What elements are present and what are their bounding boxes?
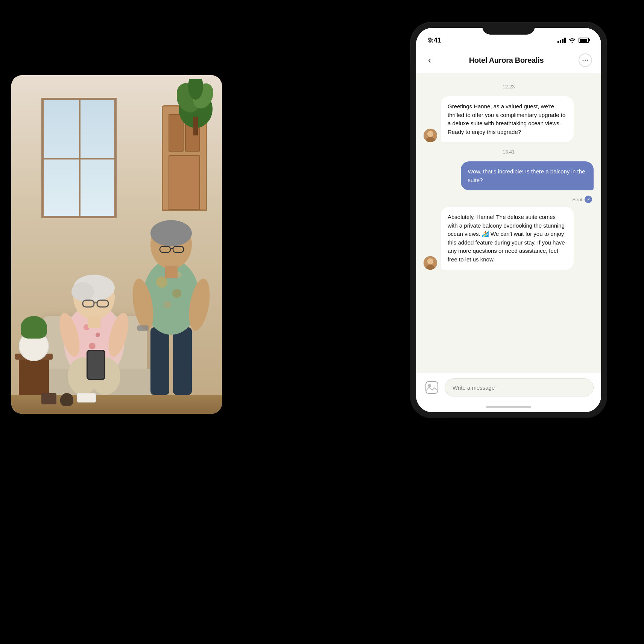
svg-rect-22 <box>88 317 100 328</box>
room-scene <box>11 75 222 414</box>
svg-rect-24 <box>173 327 192 395</box>
svg-point-27 <box>172 289 181 298</box>
signal-icon <box>557 38 566 43</box>
chat-header: ‹ Hotel Aurora Borealis <box>416 47 601 73</box>
svg-point-46 <box>427 258 433 264</box>
attachment-icon <box>425 380 439 395</box>
svg-point-40 <box>585 60 586 61</box>
svg-point-28 <box>164 301 171 308</box>
message-row-incoming-2: Absolutely, Hanne! The deluxe suite come… <box>424 207 594 270</box>
person-seated <box>38 199 150 395</box>
chat-title: Hotel Aurora Borealis <box>469 56 544 65</box>
home-bar <box>486 406 531 408</box>
status-icons <box>557 38 589 43</box>
sent-check-icon: ✓ <box>585 196 592 203</box>
more-button[interactable] <box>579 53 592 67</box>
scene: 9:41 <box>0 0 644 644</box>
bubble-incoming-1: Greetings Hanne, as a valued guest, we'r… <box>441 96 574 142</box>
svg-point-33 <box>150 220 192 246</box>
avatar-1 <box>424 129 437 142</box>
battery-icon <box>579 38 589 43</box>
timestamp-1: 12.23 <box>424 84 594 90</box>
message-row-incoming-1: Greetings Hanne, as a valued guest, we'r… <box>424 96 594 142</box>
phone-device: 9:41 <box>411 23 606 418</box>
svg-point-18 <box>71 282 94 301</box>
svg-point-9 <box>89 343 96 349</box>
floor-items <box>41 393 96 406</box>
home-indicator <box>416 402 601 412</box>
notch <box>482 23 535 35</box>
message-row-outgoing-1: Wow, that's incredible! Is there a balco… <box>424 161 594 190</box>
svg-rect-48 <box>426 381 438 393</box>
bubble-incoming-2: Absolutely, Hanne! The deluxe suite come… <box>441 207 574 270</box>
avatar-2 <box>424 256 437 270</box>
sent-text: Sent <box>572 197 582 202</box>
timestamp-2: 13.41 <box>424 149 594 155</box>
more-icon <box>582 56 589 64</box>
svg-point-39 <box>582 60 583 61</box>
plant-decor <box>177 79 214 137</box>
attachment-button[interactable] <box>424 379 440 396</box>
bubble-outgoing-1: Wow, that's incredible! Is there a balco… <box>461 161 594 190</box>
photo-card <box>11 75 222 414</box>
messages-area[interactable]: 12.23 Greetings Hanne, as a valued guest… <box>416 73 601 373</box>
svg-rect-23 <box>150 327 169 395</box>
svg-rect-15 <box>88 351 104 379</box>
svg-point-41 <box>587 60 588 61</box>
phone-screen: 9:41 <box>416 28 601 412</box>
wifi-icon <box>569 38 576 43</box>
status-time: 9:41 <box>428 36 441 44</box>
sent-indicator: Sent ✓ <box>424 196 594 203</box>
svg-rect-37 <box>165 266 178 278</box>
input-area <box>416 373 601 402</box>
message-input[interactable] <box>445 378 594 396</box>
back-button[interactable]: ‹ <box>425 53 434 67</box>
svg-rect-4 <box>193 117 198 135</box>
svg-point-43 <box>427 131 433 137</box>
svg-point-49 <box>428 384 431 387</box>
svg-point-8 <box>96 333 100 337</box>
